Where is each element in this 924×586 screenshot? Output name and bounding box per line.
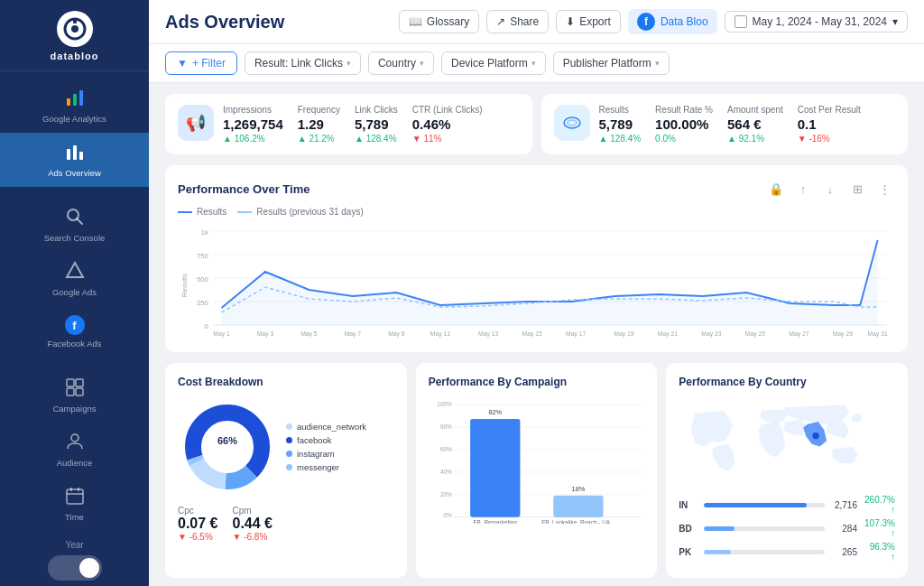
sidebar-item-google-ads[interactable]: Google Ads	[0, 252, 149, 306]
svg-text:May 23: May 23	[701, 330, 721, 338]
filter-icon: ▼	[177, 57, 188, 70]
legend-results: Results	[178, 207, 226, 217]
sidebar-item-search-console[interactable]: Search Console	[0, 198, 149, 252]
kpi-impressions: Impressions 1,269,754 ▲ 106.2%	[223, 105, 283, 144]
fb-icon: f	[637, 13, 655, 31]
cost-metrics: Cpc 0.07 € ▼ -6.5% Cpm 0.44 € ▼ -6.8%	[178, 506, 394, 542]
svg-text:May 7: May 7	[345, 330, 362, 338]
world-map-svg	[679, 397, 895, 488]
svg-marker-34	[221, 240, 877, 325]
svg-marker-11	[67, 263, 83, 277]
messenger-label: messenger	[297, 462, 339, 472]
svg-text:20%: 20%	[440, 491, 452, 498]
device-dropdown-icon: ▾	[531, 59, 536, 68]
world-map	[679, 397, 895, 488]
kpi-cost-per-result: Cost Per Result 0.1 ▼ -16%	[798, 105, 861, 144]
svg-text:FB_Remarketing: FB_Remarketing	[473, 519, 517, 524]
cost-per-result-value: 0.1	[798, 116, 861, 132]
audience-label: audience_network	[297, 422, 366, 432]
svg-text:0: 0	[205, 322, 209, 330]
sidebar-item-ads-overview[interactable]: Ads Overview	[0, 133, 149, 187]
cost-breakdown-card: Cost Breakdown 66%	[165, 363, 407, 578]
svg-point-1	[71, 25, 79, 33]
header: Ads Overview 📖 Glossary ↗ Share ⬇ Export…	[149, 0, 924, 44]
kpi-frequency: Frequency 1.29 ▲ 21.2%	[298, 105, 340, 144]
glossary-button[interactable]: 📖 Glossary	[399, 10, 479, 33]
svg-text:May 27: May 27	[789, 330, 808, 338]
country-title: Performance By Country	[679, 376, 895, 388]
sidebar-label-audience: Audience	[57, 458, 93, 468]
donut-legend: audience_network facebook instagram	[286, 422, 366, 472]
cpc-metric: Cpc 0.07 € ▼ -6.5%	[178, 506, 217, 542]
results-change: ▲ 128.4%	[599, 134, 642, 144]
svg-point-75	[813, 433, 819, 439]
sidebar-item-facebook-ads[interactable]: f Facebook Ads	[0, 306, 149, 358]
cpm-change: ▼ -6.8%	[232, 532, 272, 542]
kpi-row: 📢 Impressions 1,269,754 ▲ 106.2% Frequen…	[165, 94, 908, 154]
legend-messenger: messenger	[286, 462, 366, 472]
sidebar-item-google-analytics[interactable]: Google Analytics	[0, 79, 149, 133]
sidebar-item-audience[interactable]: Audience	[0, 423, 149, 477]
instagram-dot	[286, 451, 292, 457]
filter-chip-country[interactable]: Country ▾	[368, 51, 434, 75]
share-button[interactable]: ↗ Share	[486, 10, 549, 33]
svg-text:May 5: May 5	[300, 330, 318, 338]
svg-text:750: 750	[197, 252, 209, 260]
toggle-thumb	[79, 558, 99, 578]
country-val-in: 2,716	[830, 500, 857, 510]
platform-badge: f Data Bloo	[628, 9, 717, 34]
chart-more-button[interactable]: ⋮	[873, 178, 895, 200]
sidebar-label-facebook-ads: Facebook Ads	[47, 339, 101, 349]
campaign-bar-chart: 100% 80% 60% 40% 20% 0%	[429, 397, 645, 524]
chart-down-button[interactable]: ↓	[819, 178, 841, 200]
campaigns-icon	[65, 377, 85, 400]
export-button[interactable]: ⬇ Export	[556, 10, 621, 33]
svg-point-22	[568, 120, 577, 126]
chart-title: Performance Over Time	[178, 182, 310, 196]
svg-text:100%: 100%	[437, 401, 452, 407]
chart-legend: Results Results (previous 31 days)	[178, 207, 895, 217]
kpi-card-left: 📢 Impressions 1,269,754 ▲ 106.2% Frequen…	[165, 94, 532, 154]
svg-rect-8	[79, 152, 83, 160]
ads-overview-icon	[65, 142, 85, 164]
sidebar-item-campaigns[interactable]: Campaigns	[0, 368, 149, 423]
chart-grid-button[interactable]: ⊞	[846, 178, 868, 200]
country-bar-pk-fill	[704, 550, 730, 554]
add-filter-button[interactable]: ▼ + Filter	[165, 51, 237, 75]
svg-rect-17	[67, 489, 83, 504]
chart-lock-button[interactable]: 🔒	[765, 178, 787, 200]
filter-bar: ▼ + Filter Result: Link Clicks ▾ Country…	[149, 44, 924, 83]
chart-actions: 🔒 ↑ ↓ ⊞ ⋮	[765, 178, 895, 200]
country-bar-bd-fill	[704, 526, 734, 531]
sidebar-label-google-analytics: Google Analytics	[42, 114, 106, 124]
svg-text:May 15: May 15	[522, 330, 542, 338]
facebook-ads-icon: f	[65, 315, 85, 335]
date-range-text: May 1, 2024 - May 31, 2024	[753, 15, 887, 28]
country-row-bd: BD 284 107.3% ↑	[679, 518, 895, 538]
chart-up-button[interactable]: ↑	[792, 178, 814, 200]
campaign-title: Performance By Campaign	[429, 376, 645, 388]
date-range-picker[interactable]: May 1, 2024 - May 31, 2024 ▾	[725, 11, 908, 33]
google-ads-icon	[65, 261, 85, 284]
filter-chip-device[interactable]: Device Platform ▾	[441, 51, 546, 75]
kpi-left-metrics: Impressions 1,269,754 ▲ 106.2% Frequency…	[223, 105, 483, 144]
sidebar-item-time[interactable]: Time	[0, 477, 149, 531]
amount-spent-label: Amount spent	[727, 105, 783, 115]
cpm-label: Cpm	[232, 506, 272, 516]
kpi-card-right: Results 5,789 ▲ 128.4% Result Rate % 100…	[541, 94, 909, 154]
sidebar: databloo Google Analytics Ads Overview	[0, 0, 149, 586]
logo-text: databloo	[51, 51, 99, 61]
filter-chip-result[interactable]: Result: Link Clicks ▾	[245, 51, 361, 75]
add-filter-label: + Filter	[192, 57, 226, 70]
filter-chip-publisher[interactable]: Publisher Platform ▾	[553, 51, 670, 75]
impressions-value: 1,269,754	[223, 116, 283, 132]
country-val-pk: 265	[830, 547, 857, 557]
svg-text:May 29: May 29	[833, 330, 853, 338]
period-toggle[interactable]	[48, 555, 102, 581]
svg-text:May 25: May 25	[745, 330, 765, 338]
country-row-in: IN 2,716 260.7% ↑	[679, 495, 895, 515]
ctr-change: ▼ 11%	[412, 134, 483, 144]
svg-text:250: 250	[197, 299, 209, 307]
results-value: 5,789	[599, 116, 642, 132]
svg-rect-14	[67, 388, 74, 395]
